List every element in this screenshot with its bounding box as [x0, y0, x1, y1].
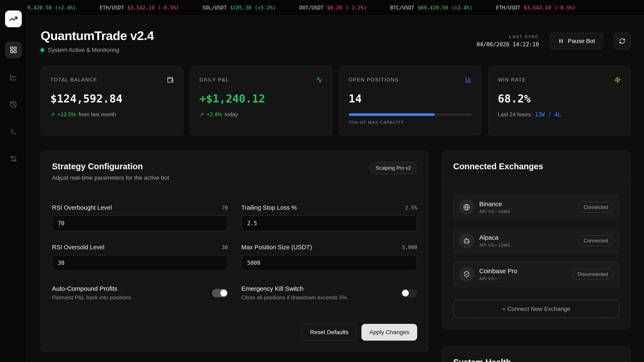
ticker-change: (+5.2%): [255, 5, 276, 11]
system-health-title: System Health: [453, 358, 619, 362]
ticker-price: $69,420.50: [418, 5, 448, 11]
field-label: Max Position Size (USDT): [241, 244, 312, 251]
exchange-meta: API V3 • -: [479, 276, 572, 281]
kill-switch-toggle[interactable]: [401, 289, 417, 297]
exchange-name: Alpaca: [479, 234, 578, 241]
panel-divider: [41, 190, 428, 191]
stat-card-win-rate: WIN RATE 68.2% Last 24 hours: 12W / 4L: [488, 66, 631, 135]
stat-footer: ↗ +2.4% today: [200, 111, 323, 118]
stat-label: TOTAL BALANCE: [50, 77, 97, 83]
field-current-value: 70: [222, 205, 228, 211]
ticker-change: (-1.2%): [346, 5, 367, 11]
status-badge: Disconnected: [572, 269, 614, 280]
ticker-change: (+2.4%): [55, 5, 76, 11]
rsi-overbought-input[interactable]: [52, 215, 228, 231]
refresh-button[interactable]: [614, 33, 630, 49]
toggle-text: Emergency Kill Switch Close all position…: [241, 285, 347, 301]
trending-up-icon: [9, 15, 18, 23]
exchange-list: Binance API V3 • 24MS Connected Alpaca: [453, 194, 619, 287]
app-root: BTC/USDT $69,420.50 (+2.4%) ETH/USDT $3,…: [0, 0, 644, 362]
sidebar-item-history[interactable]: [5, 96, 22, 113]
max-position-input[interactable]: [241, 255, 417, 271]
ticker-price: $3,542.10: [127, 5, 154, 11]
pause-icon: [558, 38, 564, 44]
sidebar-item-terminal[interactable]: [5, 123, 22, 140]
auto-compound-row: Auto-Compound Profits Reinvest P&L back …: [52, 285, 228, 301]
ticker-pair: ETH/USDT: [496, 5, 520, 11]
apply-changes-button[interactable]: Apply Changes: [362, 324, 417, 341]
ticker-item: ETH/USDT $3,542.10 (-0.5%): [496, 5, 576, 11]
bar-chart-icon: [465, 76, 472, 83]
strategy-configuration-panel: Strategy Configuration Adjust real-time …: [41, 150, 428, 352]
stat-delta: +12.5%: [58, 111, 76, 118]
toggle-description: Reinvest P&L back into positions: [52, 294, 131, 301]
ticker-pair: BTC/USDT: [390, 5, 414, 11]
strategy-title: Strategy Configuration: [52, 162, 169, 171]
exchange-row-binance: Binance API V3 • 24MS Connected: [453, 194, 619, 220]
stat-label: DAILY P&L: [200, 77, 229, 83]
win-loss-record: 12W / 4L: [535, 111, 561, 118]
pause-bot-button[interactable]: Pause Bot: [550, 33, 603, 49]
shield-icon: [459, 267, 474, 282]
content-grid: Strategy Configuration Adjust real-time …: [41, 150, 630, 362]
stats-row: TOTAL BALANCE $124,592.84 ↗ +12.5% from …: [41, 66, 630, 135]
ticker-pair: DOT/USDT: [299, 5, 324, 11]
stat-footer: Last 24 hours: 12W / 4L: [498, 111, 621, 118]
line-chart-icon: [10, 73, 17, 81]
exchange-name: Coinbase Pro: [479, 268, 572, 275]
stat-footer: ↗ +12.5% from last month: [50, 111, 174, 118]
strategy-subtitle: Adjust real-time parameters for the acti…: [52, 175, 169, 181]
field-label: Trailing Stop Loss %: [241, 204, 297, 211]
history-clock-icon: [10, 100, 17, 108]
stat-card-open-positions: OPEN POSITIONS 14 70% OF MAX CAPACITY: [339, 66, 482, 135]
toggle-description: Close all positions if drawdown exceeds …: [241, 294, 347, 301]
arrow-up-right-icon: ↗: [200, 111, 204, 118]
stat-delta-caption: from last month: [78, 111, 116, 118]
zap-icon: [614, 76, 621, 83]
last-sync-value: 04/06/2026 14:22:10: [476, 41, 539, 47]
title-block: QuantumTrade v2.4 System Active & Monito…: [41, 28, 154, 53]
reset-defaults-button[interactable]: Reset Defaults: [302, 324, 356, 341]
toggle-knob: [220, 290, 227, 297]
exchange-info: Coinbase Pro API V3 • -: [479, 268, 572, 281]
app-logo: [5, 10, 22, 27]
price-ticker-bar: BTC/USDT $69,420.50 (+2.4%) ETH/USDT $3,…: [27, 0, 644, 16]
win-rate-caption: Last 24 hours:: [498, 111, 532, 118]
stat-card-daily-pnl: DAILY P&L +$1,240.12 ↗ +2.4% today: [190, 66, 332, 135]
sidebar: [0, 0, 27, 362]
stat-card-total-balance: TOTAL BALANCE $124,592.84 ↗ +12.5% from …: [41, 66, 183, 135]
status-dot: [41, 48, 44, 52]
exchanges-title: Connected Exchanges: [453, 162, 619, 171]
capacity-progress-bar: [348, 113, 472, 116]
exchange-meta: API V3 • 12MS: [479, 243, 578, 248]
capacity-caption: 70% OF MAX CAPACITY: [348, 120, 472, 125]
ticker-price: $185.30: [230, 5, 251, 11]
trailing-stop-input[interactable]: [241, 215, 417, 231]
activity-icon: [316, 76, 323, 83]
sidebar-item-settings[interactable]: [5, 150, 22, 167]
status-badge: Connected: [578, 202, 614, 213]
last-sync: LAST SYNC 04/06/2026 14:22:10: [476, 34, 539, 47]
exchange-meta: API V3 • 24MS: [479, 209, 578, 214]
toggle-label: Emergency Kill Switch: [241, 285, 347, 292]
ticker-item: BTC/USDT $69,420.50 (+2.4%): [27, 5, 76, 11]
right-column: Connected Exchanges Binance API V3 • 24M…: [442, 150, 630, 362]
stat-delta-caption: today: [225, 111, 238, 118]
strategy-form: RSI Overbought Level 70 Trailing Stop Lo…: [52, 204, 417, 301]
auto-compound-toggle[interactable]: [212, 289, 228, 297]
sidebar-item-dashboard[interactable]: [5, 41, 22, 58]
ticker-pair: ETH/USDT: [100, 5, 124, 11]
panel-divider: [41, 313, 428, 314]
stat-label: WIN RATE: [498, 77, 526, 83]
wallet-icon: [167, 76, 174, 83]
rsi-oversold-input[interactable]: [52, 255, 228, 271]
sidebar-item-charts[interactable]: [5, 69, 22, 85]
exchange-name: Binance: [479, 200, 578, 208]
connect-new-exchange-button[interactable]: + Connect New Exchange: [453, 300, 619, 318]
refresh-icon: [619, 38, 625, 44]
exchange-row-coinbase: Coinbase Pro API V3 • - Disconnected: [453, 261, 619, 287]
ticker-price: $3,542.10: [524, 5, 551, 11]
strategy-heading: Strategy Configuration Adjust real-time …: [52, 162, 169, 181]
toggle-knob: [402, 290, 409, 297]
ticker-price: $69,420.50: [27, 5, 52, 11]
